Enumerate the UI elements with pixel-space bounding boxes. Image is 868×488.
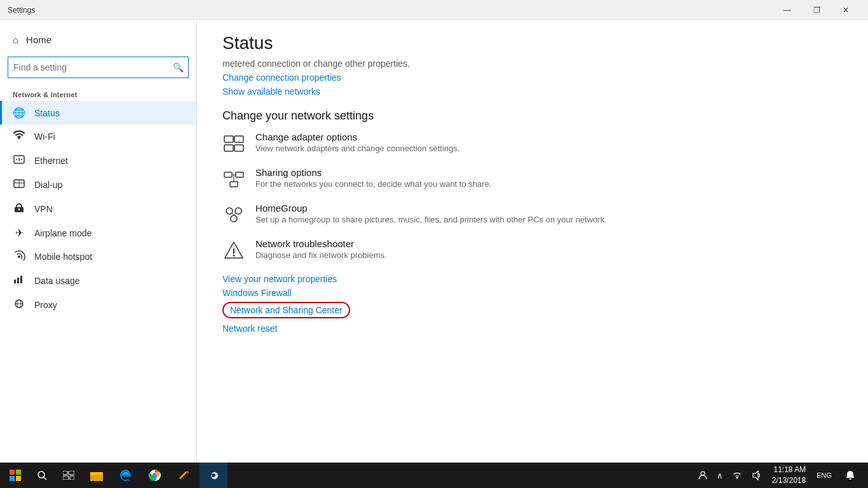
- main-content: Status metered connection or change othe…: [197, 20, 868, 463]
- network-sharing-link[interactable]: Network and Sharing Center: [222, 302, 843, 318]
- homegroup-icon: [222, 204, 245, 227]
- search-button[interactable]: [29, 463, 55, 488]
- svg-rect-45: [90, 472, 95, 475]
- sidebar-item-ethernet[interactable]: Ethernet: [0, 149, 196, 173]
- sidebar-item-airplane[interactable]: ✈ Airplane mode: [0, 221, 196, 245]
- sidebar-item-label-airplane: Airplane mode: [34, 228, 92, 238]
- sidebar-item-dialup[interactable]: Dial-up: [0, 173, 196, 197]
- data-icon: [13, 274, 25, 287]
- taskbar-clock[interactable]: 11:18 AM 2/13/2018: [767, 464, 811, 486]
- taskbar-explorer[interactable]: [83, 463, 111, 488]
- adapter-item[interactable]: Change adapter options View network adap…: [222, 132, 843, 156]
- clock-date: 2/13/2018: [772, 475, 806, 486]
- troubleshooter-desc: Diagnose and fix network problems.: [255, 250, 387, 260]
- lang-indicator[interactable]: ENG: [813, 463, 835, 488]
- troubleshooter-icon: [222, 240, 245, 262]
- svg-point-7: [18, 255, 20, 258]
- sidebar-item-proxy[interactable]: Proxy: [0, 293, 196, 317]
- svg-point-49: [701, 471, 705, 475]
- sidebar-item-wifi[interactable]: Wi-Fi: [0, 125, 196, 149]
- network-reset-link[interactable]: Network reset: [222, 323, 843, 334]
- svg-line-38: [44, 477, 46, 480]
- windows-firewall-link[interactable]: Windows Firewall: [222, 288, 843, 298]
- svg-rect-15: [234, 136, 243, 142]
- svg-line-28: [232, 213, 234, 215]
- search-icon[interactable]: 🔍: [168, 57, 188, 78]
- homegroup-desc: Set up a homegroup to share pictures, mu…: [255, 215, 607, 224]
- airplane-icon: ✈: [13, 227, 25, 239]
- svg-rect-39: [63, 471, 67, 475]
- taskbar-paint[interactable]: [170, 463, 198, 488]
- adapter-text: Change adapter options View network adap…: [255, 132, 459, 153]
- sidebar-item-label-vpn: VPN: [34, 204, 53, 214]
- vpn-icon: [13, 203, 25, 215]
- svg-rect-8: [14, 280, 16, 283]
- svg-rect-22: [230, 182, 238, 187]
- titlebar: Settings — ❐ ✕: [0, 0, 868, 20]
- svg-point-37: [38, 471, 44, 478]
- adapter-icon: [222, 133, 245, 156]
- adapter-title: Change adapter options: [255, 132, 459, 142]
- svg-rect-42: [70, 476, 74, 480]
- sidebar-item-data[interactable]: Data usage: [0, 269, 196, 293]
- sidebar-item-label-wifi: Wi-Fi: [34, 132, 55, 142]
- search-input[interactable]: [8, 62, 168, 72]
- close-button[interactable]: ✕: [831, 0, 860, 20]
- adapter-desc: View network adapters and change connect…: [255, 144, 459, 153]
- ethernet-icon: [13, 154, 25, 167]
- notification-icon[interactable]: [837, 463, 863, 488]
- svg-point-48: [186, 471, 189, 473]
- taskbar-edge[interactable]: [112, 463, 140, 488]
- svg-rect-33: [10, 470, 15, 475]
- network-sharing-highlight: Network and Sharing Center: [222, 302, 350, 318]
- svg-rect-9: [17, 278, 19, 283]
- svg-rect-44: [90, 475, 103, 481]
- sharing-item[interactable]: Sharing options For the networks you con…: [222, 167, 843, 191]
- start-button[interactable]: [3, 463, 28, 488]
- sharing-icon: [222, 168, 245, 191]
- home-nav-item[interactable]: ⌂ Home: [0, 28, 196, 51]
- page-title: Status: [222, 33, 843, 53]
- sidebar-item-status[interactable]: 🌐 Status: [0, 101, 196, 125]
- section-heading: Change your network settings: [222, 109, 843, 123]
- sidebar-item-hotspot[interactable]: Mobile hotspot: [0, 245, 196, 269]
- minimize-button[interactable]: —: [773, 0, 802, 20]
- change-connection-link[interactable]: Change connection properties: [222, 72, 843, 83]
- taskbar: ∧ 11:18 AM 2/13/2018 ENG: [0, 463, 868, 488]
- show-networks-link[interactable]: Show available networks: [222, 86, 843, 97]
- task-view-button[interactable]: [56, 463, 81, 488]
- hotspot-icon: [13, 250, 25, 263]
- restore-button[interactable]: ❐: [802, 0, 831, 20]
- sharing-text: Sharing options For the networks you con…: [255, 167, 491, 189]
- svg-rect-36: [16, 476, 21, 481]
- svg-point-26: [235, 208, 241, 214]
- network-status-icon[interactable]: [729, 463, 745, 488]
- sidebar-item-label-ethernet: Ethernet: [34, 156, 68, 166]
- svg-rect-16: [224, 145, 233, 151]
- view-properties-link[interactable]: View your network properties: [222, 274, 843, 284]
- svg-line-29: [234, 213, 236, 215]
- app-title: Settings: [8, 6, 35, 15]
- people-icon[interactable]: [695, 463, 711, 488]
- search-box[interactable]: 🔍: [8, 57, 189, 78]
- clock-time: 11:18 AM: [772, 464, 806, 475]
- taskbar-chrome[interactable]: [141, 463, 169, 488]
- svg-rect-35: [10, 476, 15, 481]
- taskbar-right: ∧ 11:18 AM 2/13/2018 ENG: [695, 463, 865, 488]
- troubleshooter-text: Network troubleshooter Diagnose and fix …: [255, 238, 387, 260]
- sidebar-item-label-proxy: Proxy: [34, 300, 57, 310]
- svg-rect-17: [234, 145, 243, 151]
- window-controls: — ❐ ✕: [773, 0, 860, 20]
- sidebar: ⌂ Home 🔍 Network & Internet 🌐 Status Wi-…: [0, 20, 197, 463]
- sidebar-item-vpn[interactable]: VPN: [0, 197, 196, 221]
- taskbar-settings[interactable]: [200, 463, 227, 488]
- home-icon: ⌂: [13, 34, 18, 45]
- sidebar-section-title: Network & Internet: [0, 83, 196, 101]
- svg-point-25: [226, 208, 233, 214]
- sidebar-item-label-status: Status: [34, 108, 60, 118]
- homegroup-item[interactable]: HomeGroup Set up a homegroup to share pi…: [222, 203, 843, 227]
- troubleshooter-item[interactable]: Network troubleshooter Diagnose and fix …: [222, 238, 843, 262]
- chevron-icon[interactable]: ∧: [714, 463, 726, 488]
- volume-icon[interactable]: [748, 463, 764, 488]
- proxy-icon: [13, 299, 25, 311]
